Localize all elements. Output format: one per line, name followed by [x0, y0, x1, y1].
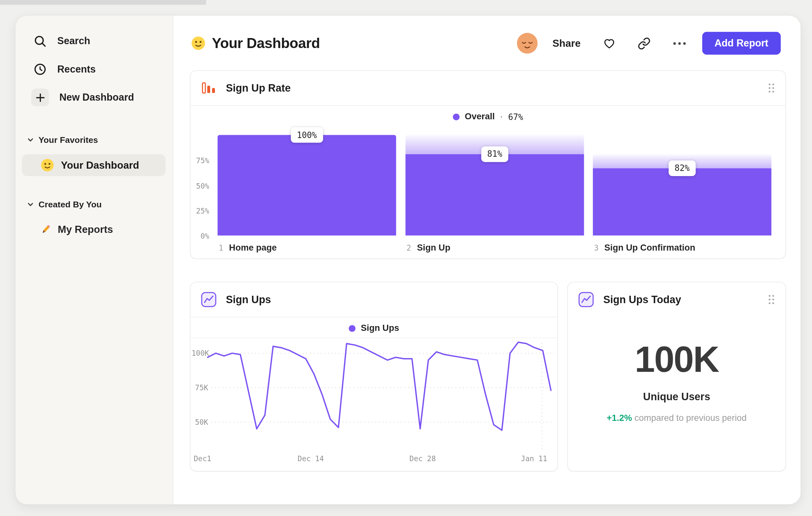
- funnel-legend[interactable]: Overall · 67%: [191, 112, 785, 122]
- chevron-down-icon: [27, 201, 34, 208]
- funnel-bar-sign-up[interactable]: 81%: [405, 135, 584, 236]
- sidebar-item-label: Search: [57, 35, 90, 47]
- line-chart-card: Sign Ups Sign Ups 100K75K50K Dec1Dec 14D…: [190, 282, 558, 471]
- search-icon: [33, 34, 47, 48]
- funnel-card: Sign Up Rate Overall · 67% 75%50%25%0% 1…: [190, 70, 786, 259]
- drag-handle-icon[interactable]: [768, 83, 775, 93]
- line-x-tick: Dec 28: [410, 454, 436, 463]
- sidebar-section-title: Your Favorites: [39, 135, 98, 145]
- legend-value: 67%: [508, 112, 523, 121]
- main-content: Your Dashboard Share Add Repor: [173, 16, 801, 504]
- legend-label: Overall: [465, 112, 495, 122]
- funnel-step-name: Sign Up: [417, 243, 451, 253]
- sidebar-item-label: My Reports: [58, 223, 113, 235]
- sidebar-item-label: Recents: [57, 63, 96, 75]
- favorite-heart-icon[interactable]: [603, 37, 615, 50]
- funnel-y-tick: 50%: [193, 182, 209, 190]
- app-window: Search Recents New Dashboard Your Favori…: [16, 16, 801, 504]
- sidebar-item-your-dashboard[interactable]: Your Dashboard: [22, 154, 166, 176]
- funnel-bar-fill: [218, 135, 396, 236]
- legend-separator: ·: [500, 112, 503, 122]
- legend-divider: [191, 338, 557, 338]
- screen: Search Recents New Dashboard Your Favori…: [0, 0, 812, 516]
- card-title: Sign Up Rate: [226, 82, 291, 94]
- line-y-tick: 100K: [192, 349, 208, 357]
- line-x-axis: Dec1Dec 14Dec 28Jan 11: [191, 454, 557, 465]
- sidebar-section-created-by-you[interactable]: Created By You: [16, 194, 173, 215]
- add-report-button[interactable]: Add Report: [702, 32, 781, 55]
- line-chart-icon: [201, 292, 216, 307]
- delta-text: compared to previous period: [634, 413, 747, 423]
- funnel-bar-value: 82%: [668, 160, 696, 176]
- funnel-step-name: Sign Up Confirmation: [605, 243, 695, 253]
- card-title: Sign Ups Today: [603, 294, 681, 305]
- funnel-bar-value: 81%: [481, 146, 509, 162]
- metric-label: Unique Users: [568, 391, 785, 403]
- funnel-chart-icon: [201, 80, 216, 96]
- plus-icon: [31, 89, 49, 106]
- sidebar-item-my-reports[interactable]: My Reports: [16, 217, 173, 242]
- funnel-bar-value: 100%: [291, 127, 323, 142]
- funnel-step-label: 3 Sign Up Confirmation: [594, 243, 695, 253]
- header-actions: Share Add Report: [517, 32, 781, 55]
- funnel-bar-fill: [593, 168, 772, 236]
- metric-value: 100K: [568, 338, 785, 380]
- metric-card-header: Sign Ups Today: [568, 282, 785, 317]
- funnel-y-tick: 0%: [193, 232, 209, 240]
- drag-handle-icon[interactable]: [768, 294, 775, 305]
- sidebar-item-new-dashboard[interactable]: New Dashboard: [16, 83, 173, 111]
- line-x-tick: Jan 11: [521, 454, 547, 463]
- copy-link-icon[interactable]: [637, 37, 650, 50]
- funnel-card-header: Sign Up Rate: [191, 71, 785, 106]
- share-button[interactable]: Share: [552, 37, 581, 49]
- funnel-step-label: 1 Home page: [219, 243, 277, 253]
- sidebar-section-title: Created By You: [39, 199, 102, 209]
- funnel-y-tick: 25%: [193, 207, 209, 215]
- funnel-bar-fill: [405, 154, 584, 236]
- line-y-tick: 50K: [192, 418, 208, 426]
- funnel-step-number: 3: [594, 243, 599, 252]
- legend-dot: [349, 325, 356, 331]
- line-x-tick: Dec1: [194, 454, 211, 463]
- card-title: Sign Ups: [226, 294, 271, 305]
- avatar[interactable]: [517, 33, 538, 54]
- line-x-tick: Dec 14: [298, 454, 324, 463]
- legend-label: Sign Ups: [361, 323, 399, 333]
- dashboard-header: Your Dashboard Share Add Repor: [191, 30, 781, 56]
- delta-percent: +1.2%: [607, 413, 632, 423]
- funnel-step-number: 1: [219, 243, 223, 252]
- clock-icon: [33, 62, 47, 76]
- metric-card: Sign Ups Today 100K Unique Users +1.2% c…: [568, 282, 786, 471]
- smiley-emoji-icon: [191, 36, 206, 50]
- smiley-emoji-icon: [40, 158, 54, 172]
- metric-delta: +1.2% compared to previous period: [568, 413, 785, 424]
- sidebar-item-search[interactable]: Search: [16, 27, 173, 55]
- funnel-step-number: 2: [407, 243, 411, 252]
- sidebar-section-your-favorites[interactable]: Your Favorites: [16, 129, 173, 150]
- line-card-header: Sign Ups: [191, 282, 557, 317]
- funnel-bar-sign-up-confirmation[interactable]: 82%: [593, 154, 772, 236]
- page-title: Your Dashboard: [212, 35, 320, 52]
- window-artifact: [0, 0, 206, 5]
- chevron-down-icon: [27, 136, 34, 143]
- sidebar-item-recents[interactable]: Recents: [16, 55, 173, 83]
- funnel-step-label: 2 Sign Up: [407, 243, 451, 253]
- sidebar-item-label: Your Dashboard: [61, 159, 139, 171]
- line-legend[interactable]: Sign Ups: [191, 323, 557, 333]
- line-chart-icon: [578, 292, 594, 307]
- legend-dot: [453, 113, 460, 120]
- more-options-icon[interactable]: [672, 41, 686, 46]
- funnel-step-name: Home page: [229, 243, 277, 253]
- line-y-tick: 75K: [192, 383, 208, 392]
- pencil-emoji-icon: [40, 223, 52, 236]
- sidebar: Search Recents New Dashboard Your Favori…: [16, 16, 173, 504]
- sidebar-item-label: New Dashboard: [59, 91, 134, 103]
- funnel-y-tick: 75%: [193, 156, 209, 165]
- funnel-bar-home-page[interactable]: 100%: [218, 135, 396, 236]
